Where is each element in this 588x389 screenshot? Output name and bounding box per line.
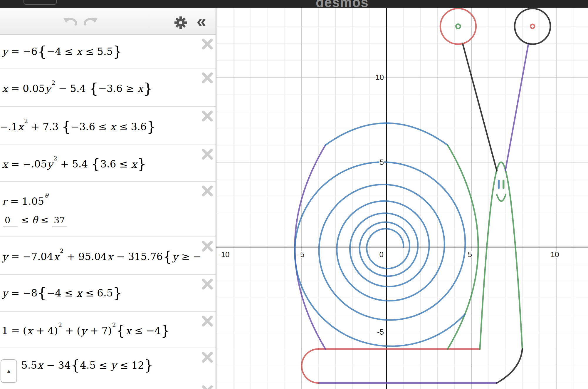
expression-row[interactable]: r = 1.05θ 0≤ θ ≤37	[0, 181, 216, 237]
expression-row[interactable]: x = −.05y2 + 5.4 {3.6 ≤ x}	[0, 145, 216, 181]
undo-icon	[63, 17, 77, 27]
x-axis-label: -5	[298, 250, 304, 259]
y-axis-label: -5	[377, 328, 384, 336]
expression-row[interactable]: y = −6{−4 ≤ x ≤ 5.5}	[0, 35, 216, 68]
expression-row[interactable]: 5.5x − 34{4.5 ≤ y ≤ 12}	[0, 348, 216, 383]
scroll-to-top-button[interactable]: ▲	[1, 359, 17, 383]
graph-plot: -10-50510105-5	[216, 8, 588, 389]
close-icon	[201, 351, 213, 363]
delete-expression-button[interactable]	[201, 385, 213, 389]
expression-latex: 5.5x − 34{4.5 ≤ y ≤ 12}	[21, 358, 153, 373]
expression-latex: y = −8{−4 ≤ x ≤ 6.5}	[2, 285, 122, 301]
expression-row[interactable]: −.1x2 + 7.3 {−3.6 ≤ x ≤ 3.6}	[0, 106, 216, 145]
undo-button[interactable]	[63, 17, 77, 27]
delete-expression-button[interactable]	[201, 351, 213, 363]
theta-range-label: ≤ θ ≤	[21, 214, 48, 226]
close-icon	[201, 240, 213, 252]
close-icon	[201, 72, 213, 84]
desmos-logo: desmos	[305, 0, 379, 8]
delete-expression-button[interactable]	[201, 38, 213, 50]
delete-expression-button[interactable]	[201, 148, 213, 160]
expression-latex: x = −.05y2 + 5.4 {3.6 ≤ x}	[2, 154, 146, 172]
tab-button[interactable]	[23, 0, 57, 5]
expression-latex: −.1x2 + 7.3 {−3.6 ≤ x ≤ 3.6}	[0, 117, 156, 134]
browser-top-bar: desmos	[0, 0, 588, 8]
delete-expression-button[interactable]	[201, 185, 213, 197]
expression-row[interactable]: x = 0.05y2 − 5.4 {−3.6 ≥ x}	[0, 68, 216, 106]
delete-expression-button[interactable]	[201, 278, 213, 290]
close-icon	[201, 110, 213, 122]
delete-expression-button[interactable]	[201, 72, 213, 84]
expression-latex: x = 0.05y2 − 5.4 {−3.6 ≥ x}	[2, 79, 153, 96]
close-icon	[201, 385, 213, 389]
close-icon	[201, 148, 213, 160]
theta-min-input[interactable]: 0	[3, 215, 18, 227]
expressions-panel: « y = −6{−4 ≤ x ≤ 5.5} x = 0.05y2 − 5.4 …	[0, 8, 216, 389]
redo-button[interactable]	[84, 17, 98, 27]
close-icon	[201, 315, 213, 327]
expression-latex: y = −6{−4 ≤ x ≤ 5.5}	[2, 44, 122, 59]
y-axis-label: 5	[380, 158, 384, 167]
collapse-panel-button[interactable]: «	[194, 12, 209, 31]
expression-row[interactable]: y = −7.04x2 + 95.04x − 315.76{y ≥ −	[0, 237, 216, 274]
delete-expression-button[interactable]	[201, 240, 213, 252]
expression-row[interactable]: 1 = (x + 4)2 + (y + 7)2{x ≤ −4}	[0, 311, 216, 348]
expression-latex: r = 1.05θ	[2, 192, 48, 209]
gear-icon	[174, 16, 187, 29]
graph-canvas[interactable]: -10-50510105-5	[216, 8, 588, 389]
delete-expression-button[interactable]	[201, 315, 213, 327]
redo-icon	[84, 17, 98, 27]
up-arrow-icon: ▲	[6, 368, 12, 374]
close-icon	[201, 185, 213, 197]
x-axis-label: -10	[219, 250, 230, 259]
expression-row[interactable]: y = −8{−4 ≤ x ≤ 6.5}	[0, 274, 216, 311]
theta-range: 0≤ θ ≤37	[3, 214, 67, 227]
close-icon	[201, 278, 213, 290]
x-axis-label: 0	[379, 250, 384, 259]
delete-expression-button[interactable]	[201, 110, 213, 122]
expressions-toolbar: «	[0, 8, 216, 35]
x-axis-label: 5	[468, 250, 472, 259]
x-axis-label: 10	[551, 250, 559, 259]
close-icon	[201, 38, 213, 50]
expression-latex: 1 = (x + 4)2 + (y + 7)2{x ≤ −4}	[2, 321, 170, 338]
expression-latex: y = −7.04x2 + 95.04x − 315.76{y ≥ −	[2, 247, 201, 264]
settings-button[interactable]	[174, 16, 187, 29]
y-axis-label: 10	[375, 73, 384, 82]
theta-max-input[interactable]: 37	[52, 215, 67, 227]
